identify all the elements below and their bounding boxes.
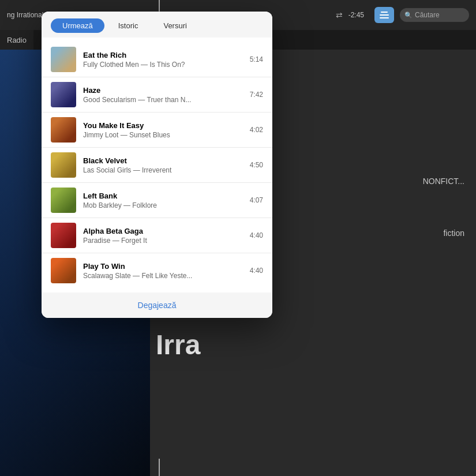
song-info: Alpha Beta Gaga Paradise — Forget It xyxy=(83,227,245,245)
song-info: You Make It Easy Jimmy Loot — Sunset Blu… xyxy=(83,121,245,139)
song-subtitle: Good Secularism — Truer than N... xyxy=(83,96,245,104)
song-artwork xyxy=(51,82,76,107)
tab-versuri[interactable]: Versuri xyxy=(152,18,198,33)
song-item[interactable]: Alpha Beta Gaga Paradise — Forget It 4:4… xyxy=(42,218,272,253)
song-subtitle: Paradise — Forget It xyxy=(83,237,245,245)
song-item[interactable]: You Make It Easy Jimmy Loot — Sunset Blu… xyxy=(42,113,272,148)
indicator-line-bottom xyxy=(159,459,160,476)
song-artwork xyxy=(51,152,76,178)
song-duration: 4:50 xyxy=(250,161,263,169)
irra-text: Irra xyxy=(156,329,200,361)
song-item[interactable]: Black Velvet Las Social Girls — Irrevere… xyxy=(42,148,272,183)
song-info: Haze Good Secularism — Truer than N... xyxy=(83,86,245,104)
queue-icon xyxy=(380,12,389,18)
tab-bar: Urmează Istoric Versuri xyxy=(42,12,272,33)
song-subtitle: Jimmy Loot — Sunset Blues xyxy=(83,131,245,139)
tab-istoric[interactable]: Istoric xyxy=(107,18,150,33)
songs-list: Eat the Rich Fully Clothed Men — Is This… xyxy=(42,38,272,293)
song-item[interactable]: Left Bank Mob Barkley — Folklore 4:07 xyxy=(42,183,272,218)
clear-button[interactable]: Degajează xyxy=(42,293,272,318)
song-duration: 4:40 xyxy=(250,231,263,239)
song-item[interactable]: Haze Good Secularism — Truer than N... 7… xyxy=(42,77,272,113)
song-duration: 4:07 xyxy=(250,196,263,204)
song-info: Play To Win Scalawag Slate — Felt Like Y… xyxy=(83,262,245,280)
song-duration: 4:02 xyxy=(250,126,263,134)
radio-strip: Radio xyxy=(0,30,33,50)
popup-panel: Urmează Istoric Versuri Eat the Rich Ful… xyxy=(42,12,272,318)
fiction-label: fiction xyxy=(443,228,464,238)
song-item[interactable]: Eat the Rich Fully Clothed Men — Is This… xyxy=(42,42,272,77)
song-artwork xyxy=(51,117,76,143)
search-placeholder: Căutare xyxy=(415,11,440,19)
song-title: Black Velvet xyxy=(83,156,245,165)
song-duration: 5:14 xyxy=(250,55,263,63)
song-duration: 7:42 xyxy=(250,91,263,99)
song-title: You Make It Easy xyxy=(83,121,245,130)
song-info: Eat the Rich Fully Clothed Men — Is This… xyxy=(83,51,245,69)
search-icon: 🔍 xyxy=(404,12,413,19)
song-title: Haze xyxy=(83,86,245,95)
tab-urmează[interactable]: Urmează xyxy=(51,18,104,33)
song-title: Left Bank xyxy=(83,192,245,200)
song-subtitle: Scalawag Slate — Felt Like Yeste... xyxy=(83,272,245,280)
repeat-icon: ⇄ xyxy=(336,10,343,20)
song-artwork xyxy=(51,188,76,213)
song-artwork xyxy=(51,258,76,283)
song-subtitle: Mob Barkley — Folklore xyxy=(83,201,245,209)
song-title: Eat the Rich xyxy=(83,51,245,59)
search-bar[interactable]: 🔍 Căutare xyxy=(400,8,469,22)
radio-label: Radio xyxy=(7,36,27,44)
song-subtitle: Las Social Girls — Irreverent xyxy=(83,166,245,174)
queue-button[interactable] xyxy=(374,7,394,23)
song-item[interactable]: Play To Win Scalawag Slate — Felt Like Y… xyxy=(42,253,272,288)
song-info: Left Bank Mob Barkley — Folklore xyxy=(83,192,245,209)
song-artwork xyxy=(51,223,76,248)
song-subtitle: Fully Clothed Men — Is This On? xyxy=(83,61,245,69)
nonfiction-label: NONFICT... xyxy=(423,177,464,186)
song-info: Black Velvet Las Social Girls — Irrevere… xyxy=(83,156,245,174)
song-duration: 4:40 xyxy=(250,267,263,275)
song-artwork xyxy=(51,47,76,72)
song-title: Alpha Beta Gaga xyxy=(83,227,245,235)
time-remaining: -2:45 xyxy=(348,11,364,19)
song-title: Play To Win xyxy=(83,262,245,271)
